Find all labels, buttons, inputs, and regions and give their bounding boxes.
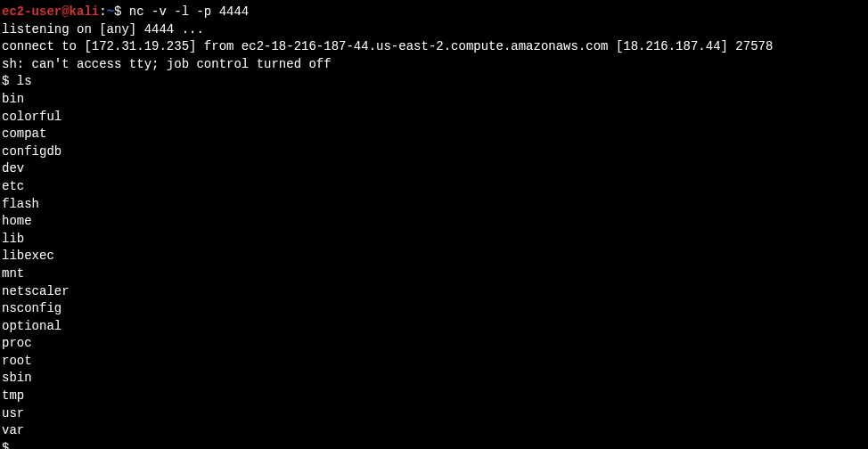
output-listening: listening on [any] 4444 ... — [2, 21, 866, 39]
shell-prompt-final[interactable]: $ — [2, 441, 17, 449]
ls-command[interactable]: ls — [17, 74, 32, 88]
ls-item: configdb — [2, 143, 866, 161]
ls-item: var — [2, 422, 866, 440]
ls-item: bin — [2, 91, 866, 109]
command-input[interactable]: nc -v -l -p 4444 — [129, 4, 249, 19]
prompt-colon: : — [99, 4, 106, 19]
ls-item: compat — [2, 126, 866, 143]
ls-item: home — [2, 213, 866, 231]
prompt-user-host: ec2-user@kali — [2, 4, 99, 19]
ls-item: nsconfig — [2, 300, 866, 318]
ls-item: libexec — [2, 248, 866, 265]
ls-item: sbin — [2, 370, 866, 388]
ls-item: root — [2, 353, 866, 371]
ls-item: mnt — [2, 265, 866, 283]
ls-item: dev — [2, 160, 866, 178]
terminal-window[interactable]: ec2-user@kali:~$ nc -v -l -p 4444 listen… — [2, 4, 866, 449]
shell-prompt: $ — [2, 74, 17, 88]
ls-item: netscaler — [2, 283, 866, 301]
ls-item: proc — [2, 335, 866, 353]
ls-item: optional — [2, 318, 866, 336]
output-tty-error: sh: can't access tty; job control turned… — [2, 56, 866, 74]
prompt-dollar: $ — [114, 4, 129, 19]
output-connect: connect to [172.31.19.235] from ec2-18-2… — [2, 38, 866, 56]
ls-item: lib — [2, 231, 866, 249]
ls-item: usr — [2, 405, 866, 423]
ls-item: etc — [2, 178, 866, 196]
prompt-path: ~ — [107, 4, 114, 19]
ls-item: colorful — [2, 109, 866, 127]
ls-item: flash — [2, 196, 866, 214]
ls-item: tmp — [2, 388, 866, 405]
